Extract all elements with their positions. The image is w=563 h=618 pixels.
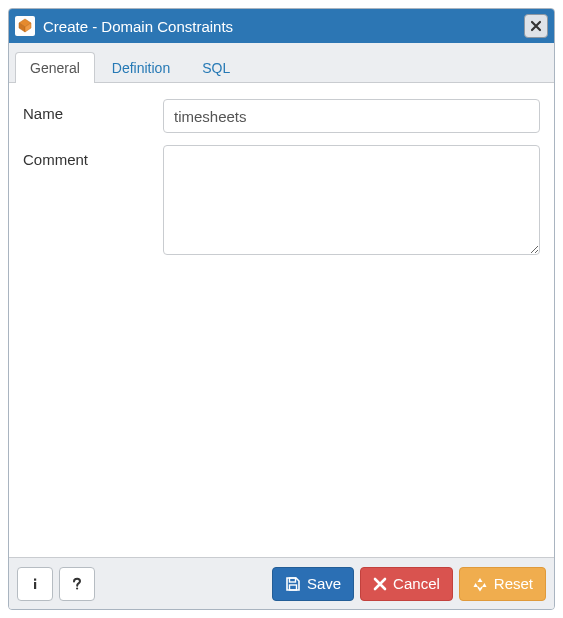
footer: Save Cancel Reset	[9, 557, 554, 609]
save-icon	[285, 576, 301, 592]
cancel-label: Cancel	[393, 575, 440, 592]
svg-rect-1	[34, 582, 36, 589]
close-icon	[530, 20, 542, 32]
reset-button[interactable]: Reset	[459, 567, 546, 601]
help-button[interactable]	[59, 567, 95, 601]
form-row-name: Name	[23, 99, 540, 133]
question-icon	[70, 577, 84, 591]
dialog: Create - Domain Constraints General Defi…	[0, 0, 563, 618]
comment-textarea[interactable]	[163, 145, 540, 255]
svg-rect-0	[34, 578, 36, 580]
save-button[interactable]: Save	[272, 567, 354, 601]
name-field-wrap	[163, 99, 540, 133]
svg-rect-3	[289, 578, 295, 582]
recycle-icon	[472, 576, 488, 592]
tab-definition[interactable]: Definition	[97, 52, 185, 83]
tab-label: General	[30, 60, 80, 76]
info-button[interactable]	[17, 567, 53, 601]
dialog-title: Create - Domain Constraints	[43, 18, 516, 35]
dialog-inner: Create - Domain Constraints General Defi…	[8, 8, 555, 610]
domain-constraint-icon	[15, 16, 35, 36]
cancel-button[interactable]: Cancel	[360, 567, 453, 601]
save-label: Save	[307, 575, 341, 592]
name-label: Name	[23, 99, 163, 122]
close-button[interactable]	[524, 14, 548, 38]
tab-content-general: Name Comment	[9, 83, 554, 557]
titlebar: Create - Domain Constraints	[9, 9, 554, 43]
tab-sql[interactable]: SQL	[187, 52, 245, 83]
svg-point-2	[76, 587, 78, 589]
name-input[interactable]	[163, 99, 540, 133]
reset-label: Reset	[494, 575, 533, 592]
tab-label: SQL	[202, 60, 230, 76]
tab-label: Definition	[112, 60, 170, 76]
tabs-bar: General Definition SQL	[9, 43, 554, 83]
comment-field-wrap	[163, 145, 540, 258]
comment-label: Comment	[23, 145, 163, 168]
form-row-comment: Comment	[23, 145, 540, 258]
cancel-icon	[373, 577, 387, 591]
info-icon	[28, 577, 42, 591]
tab-general[interactable]: General	[15, 52, 95, 83]
